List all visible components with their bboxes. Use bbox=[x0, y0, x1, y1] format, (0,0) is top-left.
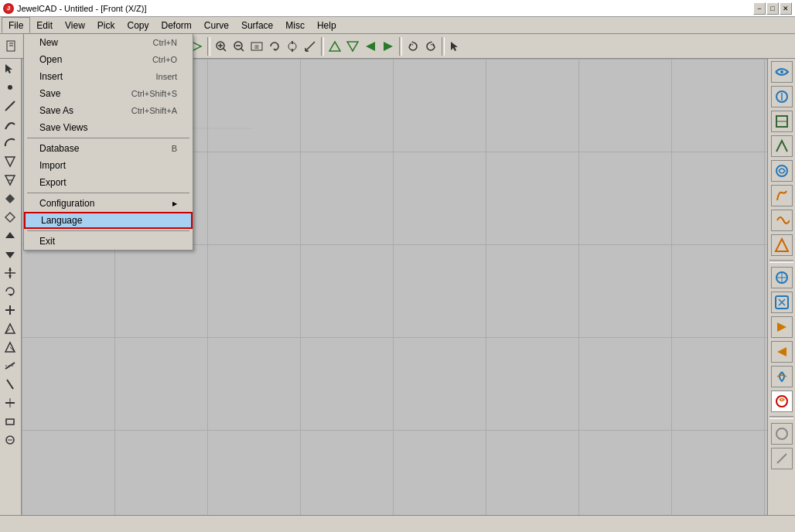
menu-exit[interactable]: Exit bbox=[24, 233, 193, 250]
rs-btn14[interactable] bbox=[771, 390, 793, 412]
sb-line[interactable] bbox=[2, 97, 19, 114]
title-bar-controls[interactable]: − □ ✕ bbox=[753, 2, 792, 15]
rotate-icon bbox=[268, 40, 281, 53]
sb-point[interactable] bbox=[2, 79, 19, 96]
close-button[interactable]: ✕ bbox=[780, 2, 792, 15]
svg-line-35 bbox=[305, 42, 315, 51]
rs-btn12[interactable] bbox=[771, 341, 793, 363]
rs-btn4[interactable] bbox=[771, 135, 793, 157]
svg-point-70 bbox=[6, 436, 14, 444]
sb-shape2[interactable] bbox=[2, 339, 19, 356]
maximize-button[interactable]: □ bbox=[766, 2, 779, 15]
view-right-icon bbox=[382, 40, 394, 53]
sb-diamond2[interactable] bbox=[2, 209, 19, 226]
sb-resize[interactable] bbox=[2, 413, 19, 430]
sb-plus[interactable] bbox=[2, 302, 19, 319]
rs-btn11[interactable] bbox=[771, 316, 793, 338]
menu-configuration[interactable]: Configuration ▶ bbox=[24, 195, 193, 212]
rs-icon2 bbox=[774, 89, 790, 104]
shape4-icon bbox=[4, 378, 16, 390]
title-bar: J JewelCAD - Untitled - [Front (X/Z)] − … bbox=[0, 0, 795, 17]
rs-btn8[interactable] bbox=[771, 234, 793, 256]
menu-item-copy[interactable]: Copy bbox=[121, 17, 155, 33]
rs-icon5 bbox=[774, 163, 790, 179]
sb-diamond[interactable] bbox=[2, 190, 19, 207]
toolbar-btn-1[interactable] bbox=[3, 38, 20, 55]
sb-shape4[interactable] bbox=[2, 376, 19, 393]
svg-point-94 bbox=[776, 428, 787, 439]
rs-icon3 bbox=[774, 114, 790, 129]
rs-btn10[interactable] bbox=[771, 292, 793, 313]
toolbar-view-back[interactable] bbox=[344, 38, 361, 55]
toolbar-measure[interactable] bbox=[302, 38, 319, 55]
rs-btn5[interactable] bbox=[771, 160, 793, 182]
menu-new[interactable]: New Ctrl+N bbox=[24, 34, 193, 51]
toolbar-redo[interactable] bbox=[422, 38, 439, 55]
svg-marker-39 bbox=[347, 42, 358, 51]
menu-save-as[interactable]: Save As Ctrl+Shift+A bbox=[24, 102, 193, 119]
rs-btn9[interactable] bbox=[771, 267, 793, 288]
rs-btn13[interactable] bbox=[771, 366, 793, 387]
toolbar-zoom-in[interactable] bbox=[213, 38, 230, 55]
minimize-button[interactable]: − bbox=[753, 2, 766, 15]
sb-scroll-down[interactable] bbox=[2, 246, 19, 263]
toolbar-zoom-fit[interactable]: ⊞ bbox=[248, 38, 265, 55]
svg-line-95 bbox=[777, 454, 786, 463]
sb-shape1[interactable] bbox=[2, 320, 19, 337]
scroll-down-icon bbox=[4, 248, 16, 261]
sb-move[interactable] bbox=[2, 264, 19, 281]
sb-shape3[interactable] bbox=[2, 357, 19, 374]
rs-btn2[interactable] bbox=[771, 86, 793, 107]
menu-item-help[interactable]: Help bbox=[311, 17, 343, 33]
sb-bezier[interactable] bbox=[2, 116, 19, 133]
toolbar-rotate[interactable] bbox=[266, 38, 283, 55]
menu-item-file[interactable]: File bbox=[2, 17, 30, 33]
menu-item-curve[interactable]: Curve bbox=[198, 17, 235, 33]
menu-database[interactable]: Database B bbox=[24, 140, 193, 157]
bezier-icon bbox=[4, 118, 16, 131]
sb-tri-down[interactable] bbox=[2, 153, 19, 170]
rs-btn6[interactable] bbox=[771, 185, 793, 206]
sb-special[interactable] bbox=[2, 431, 19, 448]
sb-shape5[interactable] bbox=[2, 394, 19, 411]
sb-cursor[interactable] bbox=[2, 60, 19, 77]
toolbar-view-right[interactable] bbox=[380, 38, 397, 55]
menu-language[interactable]: Language bbox=[24, 212, 193, 229]
menu-save-views[interactable]: Save Views bbox=[24, 119, 193, 136]
menu-export[interactable]: Export bbox=[24, 174, 193, 191]
menu-item-misc[interactable]: Misc bbox=[279, 17, 311, 33]
move-icon bbox=[4, 267, 16, 279]
pan-icon bbox=[286, 40, 299, 53]
menu-item-deform[interactable]: Deform bbox=[155, 17, 198, 33]
line-icon bbox=[4, 100, 16, 112]
svg-rect-67 bbox=[6, 419, 14, 425]
toolbar-view-front[interactable] bbox=[326, 38, 343, 55]
svg-text:⊞: ⊞ bbox=[254, 44, 259, 49]
toolbar-pan[interactable] bbox=[284, 38, 301, 55]
toolbar-zoom-out[interactable] bbox=[230, 38, 247, 55]
rs-btn15[interactable] bbox=[771, 423, 793, 445]
svg-rect-29 bbox=[251, 43, 262, 50]
toolbar-view-left[interactable] bbox=[362, 38, 379, 55]
menu-open[interactable]: Open Ctrl+O bbox=[24, 51, 193, 68]
rs-btn16[interactable] bbox=[771, 448, 793, 469]
menu-item-surface[interactable]: Surface bbox=[235, 17, 279, 33]
menu-insert[interactable]: Insert Insert bbox=[24, 68, 193, 85]
menu-import[interactable]: Import bbox=[24, 157, 193, 174]
toolbar-select[interactable] bbox=[447, 38, 464, 55]
menu-item-pick[interactable]: Pick bbox=[91, 17, 121, 33]
menu-item-edit[interactable]: Edit bbox=[30, 17, 59, 33]
sb-rotate-tool[interactable] bbox=[2, 283, 19, 300]
menu-save[interactable]: Save Ctrl+Shift+S bbox=[24, 85, 193, 102]
menu-item-view[interactable]: View bbox=[59, 17, 91, 33]
sb-scroll-up[interactable] bbox=[2, 227, 19, 244]
sb-tri-outline[interactable] bbox=[2, 172, 19, 189]
rs-btn3[interactable] bbox=[771, 111, 793, 132]
svg-line-60 bbox=[5, 329, 10, 333]
toolbar-undo[interactable] bbox=[404, 38, 421, 55]
rs-icon14 bbox=[774, 394, 790, 409]
sb-arc[interactable] bbox=[2, 135, 19, 152]
rs-btn1[interactable] bbox=[771, 61, 793, 83]
rs-btn7[interactable] bbox=[771, 210, 793, 231]
rs-icon6 bbox=[774, 188, 790, 203]
